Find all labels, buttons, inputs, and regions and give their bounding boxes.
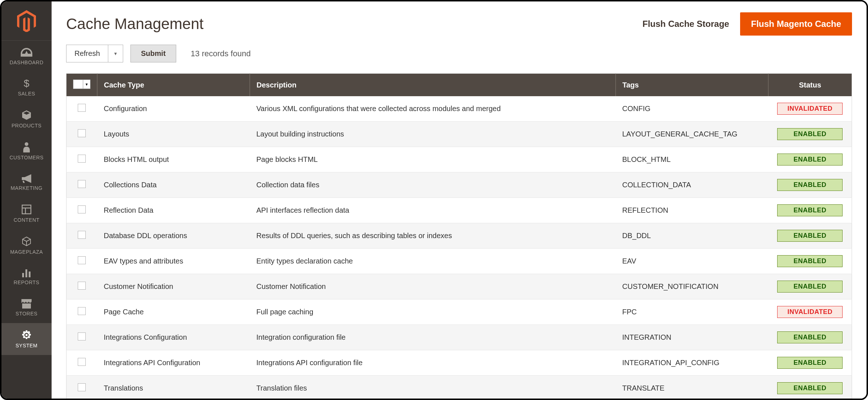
table-row: Page CacheFull page cachingFPCINVALIDATE…	[66, 299, 852, 325]
row-checkbox[interactable]	[78, 155, 86, 163]
cell-tags: FPC	[616, 299, 768, 325]
cell-description: Integration configuration file	[250, 325, 616, 350]
chevron-down-icon: ▼	[108, 45, 123, 62]
column-header-tags[interactable]: Tags	[616, 74, 768, 97]
header-actions: Flush Cache Storage Flush Magento Cache	[642, 12, 852, 36]
status-badge: ENABLED	[777, 255, 843, 267]
sidebar-item-label: MAGEPLAZA	[10, 249, 43, 255]
cell-cache-type: Integrations API Configuration	[97, 350, 250, 376]
sidebar-item-label: DASHBOARD	[9, 60, 43, 65]
cell-description: Entity types declaration cache	[250, 249, 616, 274]
cell-cache-type: Layouts	[97, 122, 250, 147]
row-checkbox[interactable]	[78, 383, 86, 391]
admin-sidebar: DASHBOARD $ SALES PRODUCTS CUSTOMERS MAR…	[1, 1, 52, 399]
cell-tags: DB_DDL	[616, 223, 768, 249]
cell-description: Integrations API configuration file	[250, 350, 616, 376]
cell-cache-type: Reflection Data	[97, 198, 250, 223]
cell-cache-type: Database DDL operations	[97, 223, 250, 249]
svg-rect-5	[25, 269, 27, 277]
box-icon	[21, 110, 32, 121]
cell-tags: REFLECTION	[616, 198, 768, 223]
cell-checkbox	[66, 299, 97, 325]
status-badge: ENABLED	[777, 179, 843, 191]
sidebar-item-dashboard[interactable]: DASHBOARD	[1, 41, 52, 72]
table-row: Collections DataCollection data filesCOL…	[66, 172, 852, 198]
dashboard-icon	[20, 47, 33, 57]
mass-action-select[interactable]: Refresh ▼	[66, 45, 123, 62]
dollar-icon: $	[24, 78, 29, 89]
column-header-status[interactable]: Status	[768, 74, 852, 97]
row-checkbox[interactable]	[78, 307, 86, 315]
status-badge: ENABLED	[777, 154, 843, 166]
magento-logo-icon	[17, 10, 36, 32]
table-row: TranslationsTranslation filesTRANSLATEEN…	[66, 376, 852, 399]
sidebar-item-label: PRODUCTS	[12, 123, 42, 128]
row-checkbox[interactable]	[78, 180, 86, 188]
cell-cache-type: Configuration	[97, 96, 250, 122]
cell-status: ENABLED	[768, 350, 852, 376]
row-checkbox[interactable]	[78, 256, 86, 264]
cell-checkbox	[66, 198, 97, 223]
cube-outline-icon	[21, 236, 32, 247]
select-all-checkbox[interactable]: ▼	[73, 79, 90, 89]
row-checkbox[interactable]	[78, 282, 86, 290]
sidebar-item-content[interactable]: CONTENT	[1, 197, 52, 229]
sidebar-item-customers[interactable]: CUSTOMERS	[1, 135, 52, 167]
cell-checkbox	[66, 376, 97, 399]
cell-checkbox	[66, 350, 97, 376]
page-header: Cache Management Flush Cache Storage Flu…	[52, 1, 867, 45]
sidebar-item-label: REPORTS	[14, 279, 40, 285]
cell-checkbox	[66, 325, 97, 350]
sidebar-item-label: SYSTEM	[16, 343, 38, 348]
svg-point-0	[25, 142, 28, 146]
svg-rect-4	[22, 273, 24, 277]
row-checkbox[interactable]	[78, 104, 86, 112]
column-header-cache-type[interactable]: Cache Type	[97, 74, 250, 97]
row-checkbox[interactable]	[78, 332, 86, 340]
cell-checkbox	[66, 122, 97, 147]
status-badge: INVALIDATED	[777, 103, 843, 115]
table-row: EAV types and attributesEntity types dec…	[66, 249, 852, 274]
checkbox-box	[73, 80, 83, 89]
cache-grid: ▼ Cache Type Description Tags Status Con…	[52, 73, 867, 399]
row-checkbox[interactable]	[78, 358, 86, 366]
sidebar-item-products[interactable]: PRODUCTS	[1, 103, 52, 135]
table-row: Database DDL operationsResults of DDL qu…	[66, 223, 852, 249]
submit-button[interactable]: Submit	[130, 45, 176, 62]
cell-cache-type: Integrations Configuration	[97, 325, 250, 350]
flush-magento-cache-button[interactable]: Flush Magento Cache	[740, 12, 852, 36]
table-row: Reflection DataAPI interfaces reflection…	[66, 198, 852, 223]
status-badge: ENABLED	[777, 128, 843, 140]
cell-status: ENABLED	[768, 172, 852, 198]
sidebar-item-marketing[interactable]: MARKETING	[1, 167, 52, 197]
cell-description: Results of DDL queries, such as describi…	[250, 223, 616, 249]
sidebar-item-reports[interactable]: REPORTS	[1, 261, 52, 292]
cell-tags: INTEGRATION_API_CONFIG	[616, 350, 768, 376]
magento-logo[interactable]	[1, 1, 52, 41]
sidebar-item-system[interactable]: SYSTEM	[1, 323, 52, 355]
column-header-description[interactable]: Description	[250, 74, 616, 97]
cell-checkbox	[66, 274, 97, 299]
layout-icon	[21, 204, 32, 215]
column-header-checkbox: ▼	[66, 74, 97, 97]
sidebar-item-label: STORES	[16, 311, 37, 317]
table-row: Integrations ConfigurationIntegration co…	[66, 325, 852, 350]
table-row: LayoutsLayout building instructionsLAYOU…	[66, 122, 852, 147]
cell-status: ENABLED	[768, 223, 852, 249]
flush-cache-storage-button[interactable]: Flush Cache Storage	[642, 19, 729, 29]
cell-cache-type: Blocks HTML output	[97, 147, 250, 172]
cell-description: Translation files	[250, 376, 616, 399]
cell-tags: INTEGRATION	[616, 325, 768, 350]
sidebar-item-label: CONTENT	[13, 217, 39, 223]
row-checkbox[interactable]	[78, 129, 86, 137]
cell-description: API interfaces reflection data	[250, 198, 616, 223]
row-checkbox[interactable]	[78, 231, 86, 239]
cache-table: ▼ Cache Type Description Tags Status Con…	[66, 73, 852, 399]
cell-tags: EAV	[616, 249, 768, 274]
sidebar-item-sales[interactable]: $ SALES	[1, 72, 52, 103]
sidebar-item-mageplaza[interactable]: MAGEPLAZA	[1, 229, 52, 261]
row-checkbox[interactable]	[78, 205, 86, 213]
cell-status: ENABLED	[768, 249, 852, 274]
sidebar-item-stores[interactable]: STORES	[1, 292, 52, 323]
cell-checkbox	[66, 147, 97, 172]
